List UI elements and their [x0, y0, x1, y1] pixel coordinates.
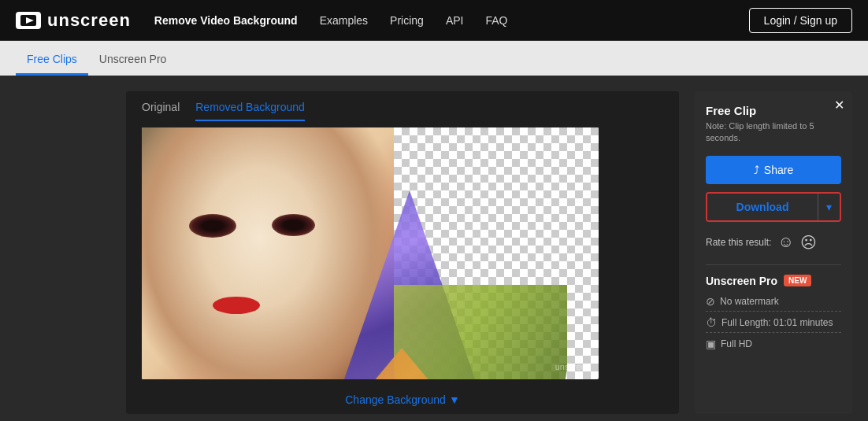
happy-icon[interactable]: ☺ — [777, 233, 793, 251]
nav-pricing[interactable]: Pricing — [390, 14, 424, 27]
no-watermark-icon: ⊘ — [706, 295, 715, 308]
logo-area: unscreen — [16, 10, 131, 31]
free-clip-title: Free Clip — [706, 104, 841, 117]
nav-examples[interactable]: Examples — [320, 14, 368, 27]
close-button[interactable]: ✕ — [834, 98, 844, 113]
geisha-eye-left — [189, 214, 236, 238]
free-clip-note: Note: Clip length limited to 5 seconds. — [706, 120, 841, 145]
tab-removed-background[interactable]: Removed Background — [195, 101, 305, 121]
time-icon: ⏱ — [706, 316, 717, 329]
geisha-overlay — [142, 127, 394, 379]
fan-green — [394, 285, 567, 379]
subnav: Free Clips Unscreen Pro — [0, 41, 868, 76]
tab-original[interactable]: Original — [142, 101, 180, 121]
chevron-down-icon: ▼ — [449, 393, 460, 406]
main-content: Original Removed Background unscreen Cha… — [0, 76, 868, 421]
rate-label: Rate this result: — [706, 237, 771, 248]
unscreen-pro-row: Unscreen Pro NEW — [706, 275, 841, 287]
share-button[interactable]: ⤴ Share — [706, 156, 841, 184]
new-badge: NEW — [784, 275, 811, 286]
pro-title: Unscreen Pro — [706, 275, 777, 287]
navbar: unscreen Remove Video Background Example… — [0, 0, 868, 41]
pro-feature-watermark: ⊘ No watermark — [706, 295, 841, 312]
rate-row: Rate this result: ☺ ☹ — [706, 233, 841, 252]
nav-api[interactable]: API — [446, 14, 464, 27]
logo-text: unscreen — [47, 10, 131, 31]
logo-icon — [16, 12, 41, 29]
nav-faq[interactable]: FAQ — [485, 14, 507, 27]
hd-icon: ▣ — [706, 338, 716, 350]
pro-feature-hd: ▣ Full HD — [706, 338, 841, 350]
video-frame: unscreen — [142, 127, 599, 379]
geisha-eye-right — [272, 214, 315, 236]
nav-remove-bg[interactable]: Remove Video Background — [154, 14, 298, 27]
download-dropdown-button[interactable]: ▾ — [818, 194, 840, 220]
nav-links: Remove Video Background Examples Pricing… — [154, 14, 749, 27]
panel-body: Free Clip Note: Clip length limited to 5… — [695, 91, 852, 367]
pro-feature-full-length: ⏱ Full Length: 01:01 minutes — [706, 316, 841, 333]
video-tabs: Original Removed Background — [126, 91, 679, 121]
geisha-lips — [213, 297, 260, 314]
subnav-unscreen-pro[interactable]: Unscreen Pro — [88, 45, 178, 76]
watermark-text: unscreen — [555, 362, 591, 371]
geisha-face — [142, 127, 394, 379]
change-background-button[interactable]: Change Background ▼ — [126, 386, 679, 414]
sidebar-panel: ✕ Free Clip Note: Clip length limited to… — [695, 91, 852, 414]
divider — [706, 264, 841, 265]
share-icon: ⤴ — [754, 164, 759, 176]
login-button[interactable]: Login / Sign up — [749, 8, 852, 33]
download-button[interactable]: Download — [707, 194, 818, 220]
video-card: Original Removed Background unscreen Cha… — [126, 91, 679, 414]
download-row: Download ▾ — [706, 192, 841, 222]
subnav-free-clips[interactable]: Free Clips — [16, 45, 88, 76]
sad-icon[interactable]: ☹ — [800, 233, 817, 252]
